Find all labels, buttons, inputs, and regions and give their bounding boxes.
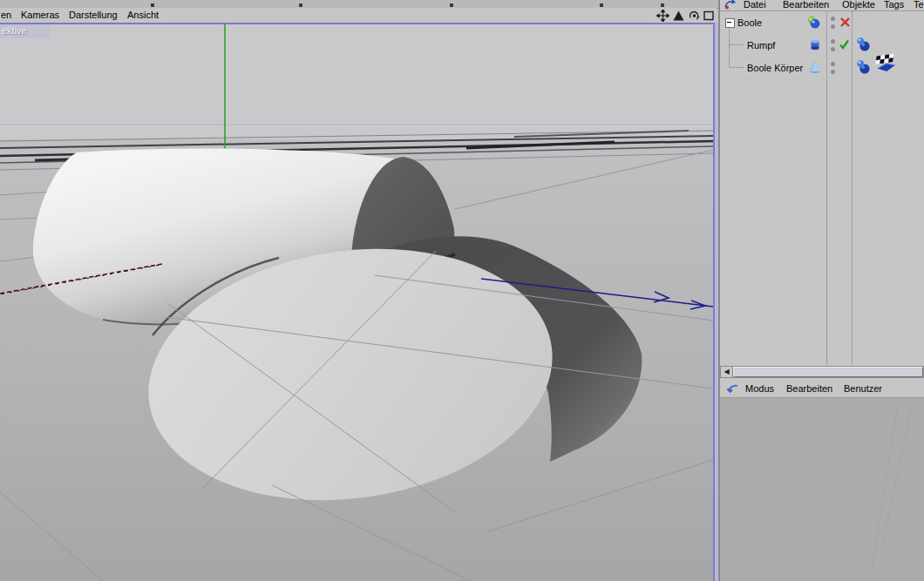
toolbar-tick [151, 3, 154, 7]
viewport-menubar: en Kameras Darstellung Ansicht [0, 8, 717, 23]
render-visibility-dot[interactable] [831, 70, 835, 74]
mode-icon[interactable] [726, 383, 739, 395]
object-manager-menubar: Datei Bearbeiten Objekte Tags Te [720, 0, 924, 11]
viewport-sky [0, 24, 713, 146]
toolbar-tick [661, 3, 664, 7]
camera-rotate-icon[interactable] [688, 10, 701, 22]
am-menu-benutzer[interactable]: Benutzer [844, 383, 882, 394]
om-horizontal-scrollbar[interactable]: ◀ [720, 366, 924, 378]
editor-visibility-dot[interactable] [831, 39, 835, 44]
om-menu-tags[interactable]: Tags [884, 0, 904, 10]
attribute-manager-menubar: Modus Bearbeiten Benutzer [720, 380, 924, 398]
vp-menu-kameras[interactable]: Kameras [21, 10, 59, 20]
object-manager-icon [724, 0, 736, 10]
camera-zoom-icon[interactable] [672, 10, 685, 22]
am-menu-modus[interactable]: Modus [745, 383, 774, 394]
viewport-canvas[interactable] [0, 24, 713, 581]
om-menu-objekte[interactable]: Objekte [842, 0, 875, 10]
expand-collapse-box[interactable] [725, 18, 735, 28]
camera-move-icon[interactable] [656, 10, 669, 22]
toolbar-tick [600, 3, 603, 7]
om-menu-bearbeiten[interactable]: Bearbeiten [783, 0, 829, 10]
vp-menu-darstellung[interactable]: Darstellung [69, 10, 118, 20]
cylinder-icon[interactable] [808, 37, 822, 52]
scrollbar-thumb[interactable] [733, 367, 923, 377]
am-menu-bearbeiten[interactable]: Bearbeiten [786, 383, 832, 394]
texture-drag-cursor-icon[interactable] [873, 53, 900, 76]
cone-icon[interactable] [808, 60, 822, 75]
view-label: ektive [2, 25, 27, 36]
render-visibility-dot[interactable] [831, 24, 835, 29]
editor-visibility-dot[interactable] [831, 17, 835, 21]
render-visibility-dot[interactable] [831, 47, 835, 51]
object-name-label[interactable]: Boole [737, 17, 762, 28]
attribute-manager-body [720, 398, 924, 581]
view-maximize-icon[interactable] [703, 10, 716, 22]
toolbar-tick [450, 3, 453, 7]
boole-icon[interactable] [806, 15, 821, 30]
object-name-label[interactable]: Boole Körper [747, 63, 803, 73]
vp-menu-ansicht[interactable]: Ansicht [127, 10, 159, 20]
toolbar-tick [299, 3, 302, 7]
phong-tag-icon[interactable] [856, 37, 871, 52]
object-name-label[interactable]: Rumpf [747, 40, 775, 51]
enable-toggle-disabled-x[interactable] [839, 17, 851, 28]
object-row-boole-koerper[interactable]: Boole Körper [720, 57, 924, 79]
om-menu-textur-truncated[interactable]: Te [914, 0, 924, 10]
phong-tag-icon[interactable] [856, 59, 871, 75]
om-menu-datei[interactable]: Datei [744, 0, 766, 10]
application-window: { "viewport": { "menu_items": [ {"label"… [0, 0, 924, 581]
enable-toggle-check[interactable] [839, 39, 850, 51]
scroll-left-arrow-button[interactable]: ◀ [721, 367, 733, 377]
vp-menu-item-truncated[interactable]: en [1, 10, 11, 20]
editor-visibility-dot[interactable] [831, 62, 835, 66]
object-row-boole[interactable]: Boole [720, 11, 924, 34]
